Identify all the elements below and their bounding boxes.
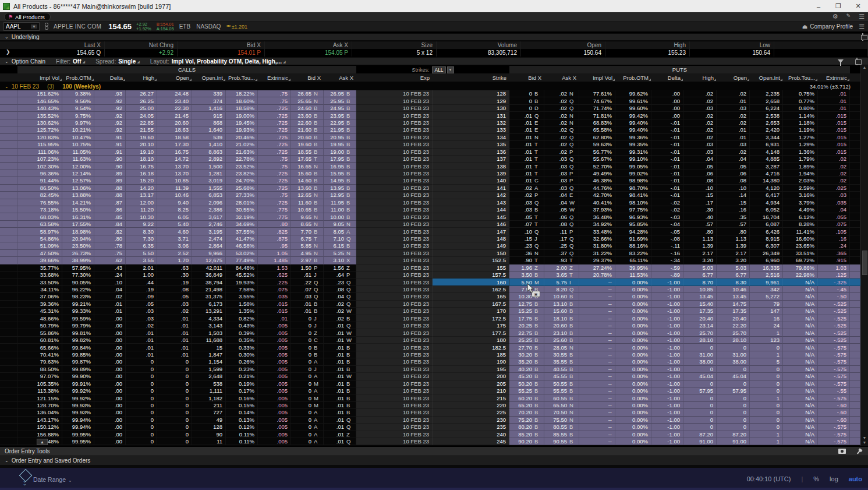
put-ask-cell[interactable]: .06Q [544, 213, 579, 220]
option-row-142[interactable]: 82.45%13.88%.8813.1710.466,85327.33%.751… [0, 192, 860, 199]
all-products-tab[interactable]: ⚑ All Products [4, 13, 51, 21]
call-ask-cell[interactable]: .08Q [324, 286, 356, 293]
option-row-149[interactable]: 51.09%23.50%.786.353.062,86446.58%.955.8… [0, 242, 860, 249]
put-ask-cell[interactable]: .03Q [544, 156, 579, 163]
call-bid-cell[interactable]: 0M [291, 380, 324, 387]
puts-header-implvol[interactable]: Impl Vol [579, 73, 615, 82]
call-bid-cell[interactable]: 10.65B [291, 206, 324, 213]
call-ask-cell[interactable]: 6.15B [324, 242, 356, 249]
put-ask-cell[interactable]: .02Q [544, 141, 579, 148]
option-row-225[interactable]: 136.04%99.93%.00007270.14%.0050A.01B10 F… [0, 409, 860, 416]
option-row-215[interactable]: 121.15%99.92%.00001,1820.16%.0050M.01B10… [0, 394, 860, 401]
put-bid-cell[interactable]: 70.20B [509, 409, 544, 416]
option-row-162.5[interactable]: 34.11%96.22%.04.19.0821,4987.58%.075.07Q… [0, 286, 860, 293]
put-ask-cell[interactable]: .25Q [544, 242, 579, 249]
call-bid-cell[interactable]: 19.60B [291, 141, 324, 148]
call-ask-cell[interactable]: 13.95B [324, 185, 356, 192]
option-row-185[interactable]: 70.41%99.85%.00.01.011,8470.30%.0050B.01… [0, 351, 860, 358]
call-bid-cell[interactable]: 0M [291, 402, 324, 409]
call-bid-cell[interactable]: 0Z [291, 329, 324, 336]
put-bid-cell[interactable]: .03Q [509, 199, 544, 206]
put-bid-cell[interactable]: .15J [509, 235, 544, 242]
log-toggle[interactable]: log [830, 475, 838, 482]
put-ask-cell[interactable]: .02N [544, 119, 579, 126]
option-row-167.5[interactable]: 39.36%99.21%.01.05.036,1731.58%.015.01B.… [0, 301, 860, 308]
option-row-210[interactable]: 113.38%99.92%.00001,1110.17%.0050A.01B10… [0, 387, 860, 394]
call-bid-cell[interactable]: 0C [291, 337, 324, 344]
call-ask-cell[interactable]: 19.95B [324, 141, 356, 148]
gear-icon[interactable]: ⚙ [832, 13, 838, 20]
strike-cell[interactable]: 145 [433, 213, 509, 220]
option-row-240[interactable]: 156.88%99.95%.0000900.11%.0050A.01Z10 FE… [0, 431, 860, 438]
call-ask-cell[interactable]: .02Q [324, 301, 356, 308]
calls-header-bidx[interactable]: Bid X [291, 73, 324, 82]
put-bid-cell[interactable]: .02A [509, 185, 544, 192]
put-bid-cell[interactable]: .01C [509, 177, 544, 184]
put-ask-cell[interactable]: .04W [544, 199, 579, 206]
put-ask-cell[interactable]: 8.20Q [544, 286, 579, 293]
underlying-header-cell[interactable] [774, 41, 868, 49]
strike-cell[interactable]: 146 [433, 221, 509, 228]
put-bid-cell[interactable]: .23Q [509, 242, 544, 249]
calls-header-probotm[interactable]: Prob.OTM [62, 73, 94, 82]
option-row-245[interactable]: .48%99.95%.0000110.11%.0050A.01Q10 FEB 2… [0, 438, 860, 445]
call-ask-cell[interactable]: .01B [324, 351, 356, 358]
put-bid-cell[interactable]: 27.70B [509, 344, 544, 351]
call-ask-cell[interactable]: .04Q [324, 293, 356, 300]
put-bid-cell[interactable]: .01N [509, 134, 544, 141]
strike-cell[interactable]: 215 [433, 394, 509, 401]
option-row-132[interactable]: 130.62%9.97%.9222.8520.6086819.45%.72522… [0, 119, 860, 126]
put-bid-cell[interactable]: .03B [509, 206, 544, 213]
option-row-152.5[interactable]: 39.66%38.99%.623.551.7012,67577.49%1.485… [0, 257, 860, 264]
put-ask-cell[interactable]: 5.75I [544, 279, 579, 285]
call-bid-cell[interactable]: 7.70B [291, 228, 324, 235]
put-bid-cell[interactable]: 50.20B [509, 380, 544, 387]
put-ask-cell[interactable]: 40.55B [544, 366, 579, 373]
strike-cell[interactable]: 190 [433, 358, 509, 365]
put-ask-cell[interactable]: .03P [544, 177, 579, 184]
strike-cell[interactable]: 131 [433, 112, 509, 119]
put-bid-cell[interactable]: .90T [509, 257, 544, 264]
call-bid-cell[interactable]: 0B [291, 351, 324, 358]
call-bid-cell[interactable]: 15.60B [291, 170, 324, 177]
strike-cell[interactable]: 240 [433, 431, 509, 438]
option-row-129[interactable]: 146.65%9.56%.9226.2523.4037418.60%.7525.… [0, 97, 860, 104]
put-ask-cell[interactable]: 80.55B [544, 424, 579, 431]
scroll-up-icon[interactable]: ▲ [861, 65, 868, 69]
strike-cell[interactable]: 160 [433, 279, 509, 285]
strike-cell[interactable]: 167.5 [433, 301, 509, 308]
puts-header-extrinsic[interactable]: Extrinsic [818, 73, 850, 82]
call-ask-cell[interactable]: 24.95B [324, 105, 356, 112]
option-row-135[interactable]: 115.95%10.75%.9120.1017.301,41021.02%.72… [0, 141, 860, 148]
option-row-235[interactable]: 150.12%99.94%.00001280.12%.0050A.01Q10 F… [0, 424, 860, 431]
option-row-200[interactable]: 97.07%99.90%.00002,6480.21%.0050A.01W10 … [0, 373, 860, 380]
call-bid-cell[interactable]: 0A [291, 431, 324, 438]
put-ask-cell[interactable]: .08Q [544, 221, 579, 228]
call-ask-cell[interactable]: .01Q [324, 424, 356, 431]
put-bid-cell[interactable]: 0B [509, 90, 544, 97]
filter-funnel-icon[interactable] [838, 59, 844, 63]
call-bid-cell[interactable]: 0A [291, 387, 324, 394]
strike-cell[interactable]: 220 [433, 402, 509, 409]
option-row-220[interactable]: 128.70%99.93%.00002110.15%.0050M.01B10 F… [0, 402, 860, 409]
put-bid-cell[interactable]: 65.20B [509, 402, 544, 409]
minimize-button[interactable]: – [809, 0, 828, 12]
option-row-144[interactable]: 73.18%15.50%.8611.208.252,38630.55%.7751… [0, 206, 860, 213]
put-ask-cell[interactable]: 15.60B [544, 308, 579, 315]
call-bid-cell[interactable]: 22.60B [291, 119, 324, 126]
call-ask-cell[interactable]: .01B [324, 380, 356, 387]
saved-orders-section-header[interactable]: ⌄ Order Entry and Saved Orders [0, 456, 868, 465]
call-ask-cell[interactable]: .02B [324, 315, 356, 322]
call-bid-cell[interactable]: 1.50P [291, 265, 324, 272]
strike-cell[interactable]: 170 [433, 308, 509, 315]
menu-icon[interactable]: ☰ [859, 13, 865, 20]
put-bid-cell[interactable]: .07T [509, 221, 544, 228]
date-range-control[interactable]: Date Range⌄ [33, 476, 72, 483]
scroll-to-atm-button[interactable]: ▲ [37, 439, 48, 445]
strike-cell[interactable]: 148 [433, 235, 509, 242]
strike-cell[interactable]: 137 [433, 156, 509, 163]
put-ask-cell[interactable]: .03P [544, 170, 579, 177]
put-ask-cell[interactable]: .37Q [544, 250, 579, 257]
option-row-177.5[interactable]: 55.86%99.81%.00.01.011,5030.39%.0050Z.01… [0, 329, 860, 336]
link-icon[interactable] [44, 23, 49, 31]
